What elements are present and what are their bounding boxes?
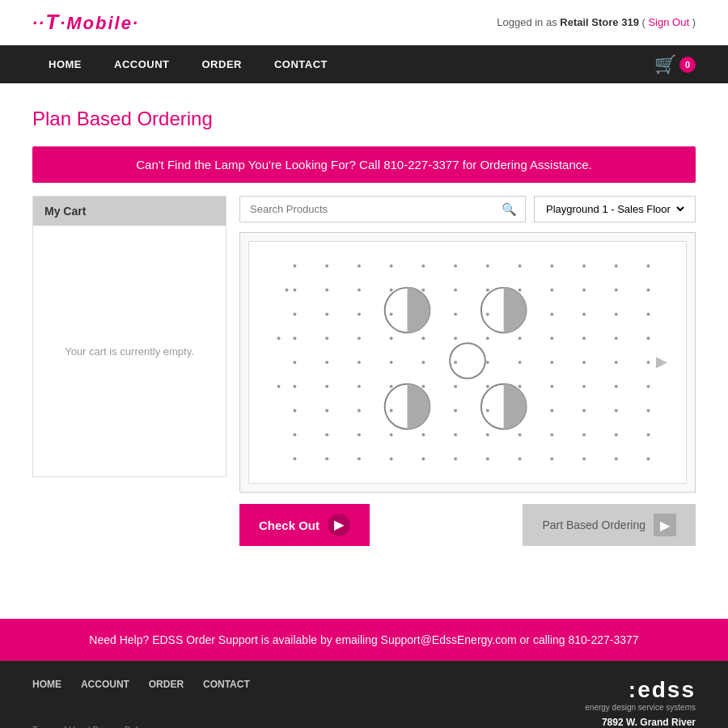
svg-point-43 [454, 336, 457, 340]
svg-point-54 [421, 361, 425, 364]
cart-icon-area[interactable]: 🛒 0 [654, 54, 696, 75]
svg-point-24 [647, 289, 650, 292]
svg-point-27 [358, 312, 361, 315]
nav-home[interactable]: HOME [32, 45, 98, 83]
svg-point-61 [647, 361, 650, 364]
svg-point-39 [325, 336, 328, 340]
svg-point-108 [582, 457, 586, 460]
svg-point-7 [518, 265, 522, 268]
nav-account[interactable]: ACCOUNT [98, 45, 186, 83]
svg-point-80 [454, 409, 457, 413]
body-layout: My Cart Your cart is currently empty. 🔍 … [32, 196, 696, 546]
search-input[interactable] [240, 197, 502, 222]
svg-point-20 [518, 289, 522, 292]
privacy-link[interactable]: Privacy Policy [93, 725, 148, 728]
svg-point-34 [582, 312, 586, 315]
svg-point-66 [390, 385, 393, 388]
floor-plan-inner: ▶ [248, 241, 687, 484]
top-header: ··T·Mobile· Logged in as Retail Store 31… [0, 0, 728, 45]
svg-point-85 [615, 409, 618, 413]
floor-plan-container: ▶ [239, 232, 696, 493]
svg-point-95 [550, 433, 553, 436]
edss-logo: :edss energy design service systems 7892… [585, 677, 696, 728]
svg-point-33 [550, 312, 553, 315]
nav-order[interactable]: ORDER [186, 45, 258, 83]
svg-point-78 [390, 409, 393, 413]
search-box[interactable]: 🔍 [239, 196, 526, 222]
svg-point-53 [390, 361, 393, 364]
footer-bottom: HOME ACCOUNT ORDER CONTACT Terms of Use … [0, 661, 728, 728]
footer-nav-col: HOME ACCOUNT ORDER CONTACT Terms of Use … [32, 677, 266, 728]
svg-point-40 [358, 336, 361, 340]
svg-point-11 [647, 265, 650, 268]
svg-point-38 [293, 336, 296, 340]
footer-nav-account[interactable]: ACCOUNT [81, 679, 129, 690]
part-based-label: Part Based Ordering [542, 518, 645, 531]
svg-point-58 [550, 361, 553, 364]
svg-point-68 [454, 385, 457, 388]
footer-legal: Terms of Use | Privacy Policy Copyright … [32, 722, 266, 728]
svg-point-17 [421, 289, 425, 292]
svg-point-88 [325, 433, 328, 436]
terms-link[interactable]: Terms of Use [32, 725, 85, 728]
floor-select-dropdown[interactable]: Playground 1 - Sales Floor Playground 2 … [543, 202, 687, 216]
footer-nav-contact[interactable]: CONTACT [203, 679, 250, 690]
sign-out-link[interactable]: Sign Out [648, 16, 689, 28]
svg-point-64 [325, 385, 328, 388]
svg-point-65 [358, 385, 361, 388]
footer-nav-order[interactable]: ORDER [149, 679, 184, 690]
svg-point-76 [325, 409, 328, 413]
floor-plan-svg: ▶ [249, 242, 686, 483]
svg-point-50 [293, 361, 296, 364]
svg-point-69 [486, 385, 489, 388]
svg-point-31 [486, 312, 489, 315]
checkout-button[interactable]: Check Out ▶ [239, 504, 370, 546]
svg-point-72 [582, 385, 586, 388]
part-based-arrow-icon: ▶ [654, 514, 676, 536]
svg-point-91 [421, 433, 425, 436]
checkout-label: Check Out [259, 518, 320, 532]
footer-nav-home[interactable]: HOME [32, 679, 61, 690]
svg-point-83 [550, 409, 553, 413]
cart-symbol: 🛒 [654, 54, 676, 75]
svg-point-60 [615, 361, 618, 364]
svg-point-18 [454, 289, 457, 292]
main-content: Plan Based Ordering Can't Find the Lamp … [0, 83, 728, 570]
svg-point-14 [325, 289, 328, 292]
svg-point-73 [615, 385, 618, 388]
svg-point-93 [486, 433, 489, 436]
checkout-play-icon: ▶ [328, 514, 350, 536]
svg-point-74 [647, 385, 650, 388]
cart-panel-body: Your cart is currently empty. [33, 226, 226, 476]
svg-point-23 [615, 289, 618, 292]
help-banner: Can't Find the Lamp You're Looking For? … [32, 146, 696, 183]
svg-point-55 [454, 361, 457, 364]
svg-point-87 [293, 433, 296, 436]
svg-point-26 [325, 312, 328, 315]
svg-point-106 [518, 457, 522, 460]
bottom-buttons: Check Out ▶ Part Based Ordering ▶ [239, 504, 696, 546]
floor-selector[interactable]: Playground 1 - Sales Floor Playground 2 … [534, 196, 696, 222]
login-label: Logged in as [497, 16, 560, 28]
svg-point-13 [293, 289, 296, 292]
cart-badge: 0 [679, 57, 696, 73]
svg-point-105 [486, 457, 489, 460]
footer-help-banner: Need Help? EDSS Order Support is availab… [0, 619, 728, 661]
svg-point-71 [550, 385, 553, 388]
nav-contact[interactable]: CONTACT [258, 45, 344, 83]
svg-point-41 [390, 336, 393, 340]
page-title: Plan Based Ordering [32, 108, 696, 130]
svg-point-49 [647, 336, 650, 340]
svg-point-52 [358, 361, 361, 364]
footer-nav: HOME ACCOUNT ORDER CONTACT [32, 677, 266, 690]
svg-point-25 [293, 312, 296, 315]
svg-point-57 [518, 361, 522, 364]
search-floor-row: 🔍 Playground 1 - Sales Floor Playground … [239, 196, 696, 222]
svg-point-102 [390, 457, 393, 460]
svg-point-3 [390, 265, 393, 268]
part-based-button[interactable]: Part Based Ordering ▶ [523, 504, 696, 546]
svg-point-6 [486, 265, 489, 268]
main-nav: HOME ACCOUNT ORDER CONTACT 🛒 0 [0, 45, 728, 83]
svg-point-97 [615, 433, 618, 436]
svg-point-37 [277, 336, 281, 340]
